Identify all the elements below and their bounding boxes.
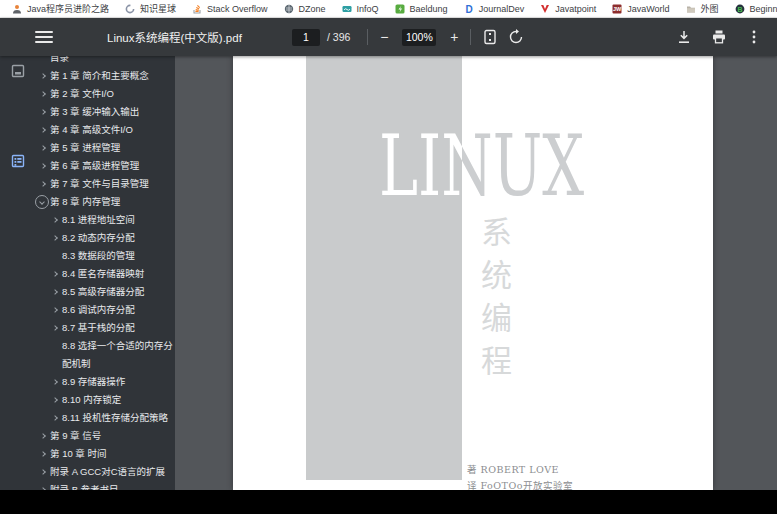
outline-item[interactable]: 第 1 章 简介和主要概念 <box>36 67 175 85</box>
chevron-right-icon[interactable] <box>48 373 62 384</box>
zoom-level-value[interactable]: 100% <box>402 29 436 46</box>
svg-text:D: D <box>465 4 472 14</box>
chevron-right-icon[interactable] <box>48 229 62 240</box>
toolbar-page-controls: 1 / 396 − 100% + <box>292 18 529 56</box>
chevron-right-icon[interactable] <box>36 427 50 438</box>
outline-item[interactable]: 8.3 数据段的管理 <box>36 247 175 265</box>
outline-item[interactable]: 8.8 选择一个合适的内存分配机制 <box>36 337 175 373</box>
bookmark-label: JournalDev <box>479 4 525 14</box>
page-number-input[interactable]: 1 <box>292 29 320 46</box>
download-icon[interactable] <box>671 24 697 50</box>
bookmark-label: 知识星球 <box>140 2 176 15</box>
outline-item[interactable]: 第 5 章 进程管理 <box>36 139 175 157</box>
outline-item[interactable]: 第 7 章 文件与目录管理 <box>36 175 175 193</box>
outline-item[interactable]: 8.10 内存锁定 <box>36 391 175 409</box>
outline-item-label: 8.1 进程地址空间 <box>62 211 135 229</box>
avatar-icon <box>12 4 22 14</box>
bookmark-item[interactable]: Stack Overflow <box>184 0 276 18</box>
infoq-icon <box>342 4 352 14</box>
outline-item[interactable]: 8.9 存储器操作 <box>36 373 175 391</box>
toolbar-actions <box>671 18 767 56</box>
outline-item-label: 8.6 调试内存分配 <box>62 301 135 319</box>
thumbnails-view-icon[interactable] <box>0 61 36 81</box>
rotate-icon[interactable] <box>503 24 529 50</box>
pdf-sidebar: 目录第 1 章 简介和主要概念第 2 章 文件I/O第 3 章 缓冲输入输出第 … <box>0 56 175 490</box>
outline-item[interactable]: 8.2 动态内存分配 <box>36 229 175 247</box>
bookmark-item[interactable]: Javatpoint <box>532 0 604 18</box>
bookmark-item[interactable]: Java程序员进阶之路 <box>4 0 117 18</box>
chevron-right-icon[interactable] <box>36 463 50 474</box>
chevron-right-icon[interactable] <box>48 301 62 312</box>
chevron-right-icon[interactable] <box>48 265 62 276</box>
chevron-right-icon[interactable] <box>48 409 62 420</box>
chevron-right-icon[interactable] <box>48 211 62 222</box>
bookmark-item[interactable]: DZone <box>276 0 334 18</box>
bookmark-label: Javatpoint <box>555 4 596 14</box>
svg-text:B: B <box>737 5 742 12</box>
chevron-right-icon[interactable] <box>36 175 50 186</box>
bookmark-item[interactable]: 知识星球 <box>117 0 184 18</box>
document-title: Linux系统编程(中文版).pdf <box>107 29 242 45</box>
outline-item-label: 第 4 章 高级文件I/O <box>50 121 133 139</box>
outline-item[interactable]: 目录 <box>36 56 175 67</box>
outline-item[interactable]: 第 2 章 文件I/O <box>36 85 175 103</box>
menu-icon[interactable] <box>33 29 55 45</box>
bookmark-item[interactable]: 外图 <box>678 0 727 18</box>
outline-item[interactable]: 第 10 章 时间 <box>36 445 175 463</box>
outline-item[interactable]: 第 8 章 内存管理 <box>36 193 175 211</box>
outline-item[interactable]: 8.4 匿名存储器映射 <box>36 265 175 283</box>
chevron-right-icon[interactable] <box>36 121 50 132</box>
bookmark-item[interactable]: BBeginnersBook <box>727 0 777 18</box>
outline-item[interactable]: 第 9 章 信号 <box>36 427 175 445</box>
outline-item[interactable]: 附录 B 参考书目 <box>36 481 175 490</box>
more-options-icon[interactable] <box>741 24 767 50</box>
chevron-right-icon[interactable] <box>36 445 50 456</box>
bookmark-item[interactable]: Baeldung <box>387 0 456 18</box>
outline-item[interactable]: 8.7 基于栈的分配 <box>36 319 175 337</box>
print-icon[interactable] <box>706 24 732 50</box>
folder-icon <box>686 4 696 14</box>
chevron-right-icon[interactable] <box>36 103 50 114</box>
fit-to-page-icon[interactable] <box>477 24 503 50</box>
bookmark-item[interactable]: DJournalDev <box>456 0 533 18</box>
chevron-right-icon[interactable] <box>48 391 62 402</box>
outline-item[interactable]: 第 3 章 缓冲输入输出 <box>36 103 175 121</box>
chevron-right-icon[interactable] <box>36 481 50 490</box>
outline-item[interactable]: 第 4 章 高级文件I/O <box>36 121 175 139</box>
bookmarks-bar: Java程序员进阶之路知识星球Stack OverflowDZoneInfoQB… <box>0 0 777 18</box>
bookmark-label: DZone <box>299 4 326 14</box>
outline-item[interactable]: 8.1 进程地址空间 <box>36 211 175 229</box>
pdf-toolbar: Linux系统编程(中文版).pdf 1 / 396 − 100% + <box>0 18 777 56</box>
browser-window: Java程序员进阶之路知识星球Stack OverflowDZoneInfoQB… <box>0 0 777 514</box>
chevron-right-icon[interactable] <box>48 283 62 294</box>
pdf-viewer-canvas[interactable]: LINUX LINUX 系统编程 著 ROBERT LOVE 译 FoOTOo开… <box>175 56 777 490</box>
zoom-out-button[interactable]: − <box>374 25 394 49</box>
chevron-down-circle-icon[interactable] <box>36 193 50 209</box>
outline-item-label: 第 3 章 缓冲输入输出 <box>50 103 139 121</box>
zoom-in-button[interactable]: + <box>444 25 464 49</box>
chevron-right-icon[interactable] <box>36 139 50 150</box>
journaldev-icon: D <box>464 4 474 14</box>
beginnersbook-icon: B <box>735 4 745 14</box>
chevron-right-icon[interactable] <box>36 157 50 168</box>
chevron-right-icon[interactable] <box>48 319 62 330</box>
outline-item-label: 8.10 内存锁定 <box>62 391 121 409</box>
outline-item-label: 第 10 章 时间 <box>50 445 107 463</box>
outline-view-icon[interactable] <box>0 151 36 171</box>
svg-text:JW: JW <box>613 6 622 12</box>
outline-item-label: 第 1 章 简介和主要概念 <box>50 67 149 85</box>
page-total-label: / 396 <box>327 31 350 43</box>
cover-credits: 著 ROBERT LOVE 译 FoOTOo开放实验室 <box>467 462 573 490</box>
outline-item-label: 8.8 选择一个合适的内存分配机制 <box>62 337 175 373</box>
outline-item[interactable]: 8.5 高级存储器分配 <box>36 283 175 301</box>
bookmark-item[interactable]: InfoQ <box>334 0 387 18</box>
chevron-right-icon[interactable] <box>36 67 50 78</box>
bookmark-label: Stack Overflow <box>207 4 268 14</box>
outline-item-label: 附录 B 参考书目 <box>50 481 119 490</box>
outline-item[interactable]: 附录 A GCC对C语言的扩展 <box>36 463 175 481</box>
outline-item[interactable]: 8.11 投机性存储分配策略 <box>36 409 175 427</box>
outline-item[interactable]: 8.6 调试内存分配 <box>36 301 175 319</box>
chevron-right-icon[interactable] <box>36 85 50 96</box>
outline-item[interactable]: 第 6 章 高级进程管理 <box>36 157 175 175</box>
bookmark-item[interactable]: JWJavaWorld <box>604 0 677 18</box>
